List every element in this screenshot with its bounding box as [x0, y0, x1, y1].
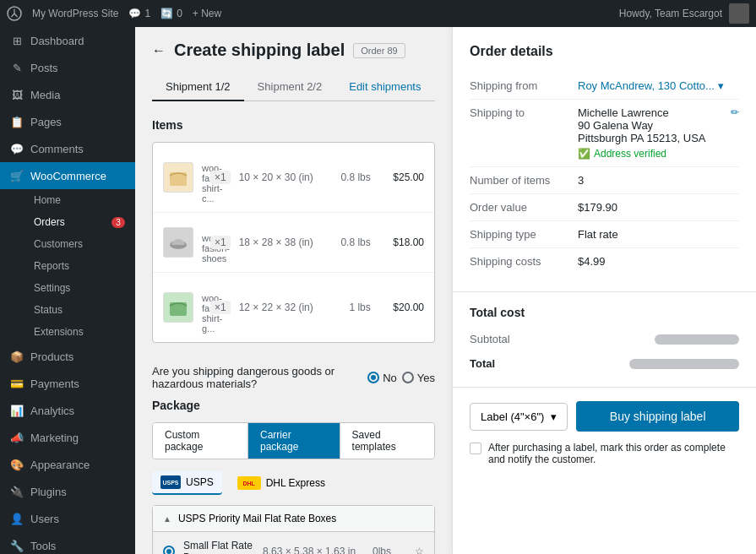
tabs: Shipment 1/2 Shipment 2/2 Edit shipments — [152, 73, 435, 101]
sidebar-item-orders[interactable]: Orders 3 — [24, 211, 135, 233]
radio-no-circle — [367, 372, 379, 383]
sidebar-item-settings[interactable]: Settings — [24, 277, 135, 299]
shipping-to-row: Shipping to Michelle Lawrence 90 Galena … — [470, 100, 739, 167]
table-row: Shirt - Green woo-fasion-shirt-g... ×1 1… — [153, 273, 434, 342]
comment-count[interactable]: 💬1 — [128, 8, 150, 19]
star-icon[interactable]: ☆ — [415, 546, 424, 554]
totals-section: Total cost Subtotal Total — [453, 291, 756, 387]
tab-edit-shipments[interactable]: Edit shipments — [335, 73, 434, 101]
pages-icon: 📋 — [10, 115, 24, 128]
carrier-usps[interactable]: USPS USPS — [152, 471, 222, 495]
radio-yes[interactable]: Yes — [402, 372, 435, 384]
sidebar-item-posts[interactable]: ✎ Posts — [0, 54, 135, 81]
pkg-tab-custom[interactable]: Custom package — [153, 423, 248, 459]
item-price: $25.00 — [379, 171, 424, 183]
sidebar-item-status[interactable]: Status — [24, 299, 135, 321]
num-items-value: 3 — [578, 174, 739, 187]
order-value-label: Order value — [470, 201, 571, 214]
woocommerce-submenu: Home Orders 3 Customers Reports Settings… — [0, 189, 135, 343]
update-count[interactable]: 🔄0 — [160, 8, 182, 19]
notify-checkbox[interactable] — [470, 443, 481, 454]
sidebar-item-customers[interactable]: Customers — [24, 233, 135, 255]
pkg-tab-carrier[interactable]: Carrier package — [248, 423, 340, 459]
package-section-title: Package — [152, 399, 435, 412]
content-area: ← Create shipping label Order 89 Shipmen… — [135, 27, 756, 554]
check-circle-icon: ✅ — [578, 148, 590, 160]
pkg-tab-saved[interactable]: Saved templates — [340, 423, 434, 459]
sidebar-item-pages[interactable]: 📋 Pages — [0, 108, 135, 135]
main: ← Create shipping label Order 89 Shipmen… — [135, 0, 756, 554]
site-name[interactable]: My WordPress Site — [32, 8, 118, 19]
back-arrow[interactable]: ← — [152, 43, 166, 58]
radio-group: No Yes — [367, 372, 435, 384]
shipping-costs-row: Shipping costs $4.99 — [470, 248, 739, 274]
edit-address-icon[interactable]: ✏ — [731, 106, 739, 118]
products-icon: 📦 — [10, 350, 24, 363]
sidebar-item-products[interactable]: 📦 Products — [0, 343, 135, 370]
sidebar-item-appearance[interactable]: 🎨 Appearance — [0, 451, 135, 478]
sidebar-item-analytics[interactable]: 📊 Analytics — [0, 397, 135, 424]
sidebar: ⊞ Dashboard ✎ Posts 🖼 Media 📋 Pages 💬 Co… — [0, 0, 135, 554]
order-value-row: Order value $179.90 — [470, 194, 739, 221]
label-row: Label (4"×6") ▾ Buy shipping label — [470, 401, 739, 432]
left-panel: ← Create shipping label Order 89 Shipmen… — [135, 27, 452, 554]
sidebar-item-tools[interactable]: 🔧 Tools — [0, 532, 135, 554]
new-button[interactable]: + New — [193, 8, 221, 19]
usps-package-group: ▲ USPS Priority Mail Flat Rate Boxes Sma… — [152, 505, 435, 554]
sidebar-item-marketing[interactable]: 📣 Marketing — [0, 424, 135, 451]
chevron-up-icon: ▲ — [163, 514, 171, 524]
sidebar-item-users[interactable]: 👤 Users — [0, 505, 135, 532]
total-value-placeholder — [629, 359, 739, 369]
item-dimensions: 12 × 22 × 32 (in) — [239, 301, 313, 313]
sidebar-menu: ⊞ Dashboard ✎ Posts 🖼 Media 📋 Pages 💬 Co… — [0, 27, 135, 554]
item-thumbnail — [163, 227, 193, 258]
sidebar-item-payments[interactable]: 💳 Payments — [0, 370, 135, 397]
sidebar-item-plugins[interactable]: 🔌 Plugins — [0, 478, 135, 505]
page-title: Create shipping label — [174, 41, 345, 60]
avatar — [729, 3, 749, 24]
media-icon: 🖼 — [10, 88, 24, 101]
shipping-costs-value: $4.99 — [578, 255, 739, 268]
sidebar-item-reports[interactable]: Reports — [24, 255, 135, 277]
tab-shipment2[interactable]: Shipment 2/2 — [244, 73, 336, 101]
admin-bar: My WordPress Site 💬1 🔄0 + New Howdy, Tea… — [0, 0, 756, 27]
list-item[interactable]: Small Flat Rate Box 8.63 × 5.38 × 1.63 i… — [153, 532, 434, 554]
item-thumbnail — [163, 162, 193, 193]
users-icon: 👤 — [10, 512, 24, 525]
pkg-group-header[interactable]: ▲ USPS Priority Mail Flat Rate Boxes — [153, 506, 434, 532]
shipping-type-value: Flat rate — [578, 228, 739, 241]
appearance-icon: 🎨 — [10, 458, 24, 471]
radio-no[interactable]: No — [367, 372, 397, 384]
tab-shipment1[interactable]: Shipment 1/2 — [152, 73, 244, 101]
sidebar-item-home[interactable]: Home — [24, 189, 135, 211]
dangerous-goods-row: Are you shipping dangerous goods or haza… — [152, 356, 435, 399]
page-header: ← Create shipping label Order 89 — [152, 41, 435, 60]
shipping-to-value: Michelle Lawrence 90 Galena Way Pittsbur… — [578, 106, 739, 160]
buy-shipping-label-button[interactable]: Buy shipping label — [576, 401, 739, 432]
sidebar-item-extensions[interactable]: Extensions — [24, 321, 135, 343]
pkg-dims: 8.63 × 5.38 × 1.63 in — [263, 546, 364, 554]
label-size-select[interactable]: Label (4"×6") ▾ — [470, 403, 568, 431]
shipping-from-row: Shipping from Roy McAndrew, 130 Cotto...… — [470, 73, 739, 100]
radio-yes-circle — [402, 372, 414, 383]
payments-icon: 💳 — [10, 377, 24, 390]
order-details: Order details Shipping from Roy McAndrew… — [453, 27, 756, 291]
item-thumbnail — [163, 292, 193, 323]
dashboard-icon: ⊞ — [10, 34, 24, 47]
address-verified-badge: ✅ Address verified — [578, 148, 706, 160]
shipping-from-value[interactable]: Roy McAndrew, 130 Cotto... ▾ — [578, 79, 739, 92]
sidebar-item-dashboard[interactable]: ⊞ Dashboard — [0, 27, 135, 54]
sidebar-item-comments[interactable]: 💬 Comments — [0, 135, 135, 162]
sidebar-item-woocommerce[interactable]: 🛒 WooCommerce — [0, 162, 135, 189]
total-cost-title: Total cost — [470, 306, 739, 319]
analytics-icon: 📊 — [10, 404, 24, 417]
woocommerce-icon: 🛒 — [10, 169, 24, 182]
item-weight: 1 lbs — [322, 301, 371, 313]
carrier-dhl[interactable]: DHL DHL Express — [229, 472, 334, 494]
wp-logo[interactable] — [7, 6, 22, 21]
carrier-tabs: USPS USPS DHL DHL Express — [152, 471, 435, 495]
items-section-title: Items — [152, 118, 435, 132]
marketing-icon: 📣 — [10, 431, 24, 444]
items-list: Shirt - Cream woo-fasion-shirt-c... ×1 1… — [152, 142, 435, 343]
sidebar-item-media[interactable]: 🖼 Media — [0, 81, 135, 108]
